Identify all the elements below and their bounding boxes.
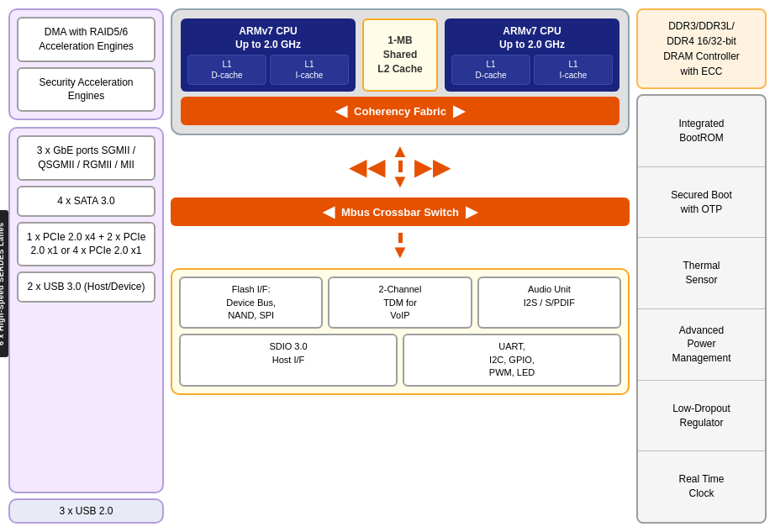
right-column: DDR3/DDR3L/ DDR4 16/32-bit DRAM Controll… (636, 8, 767, 524)
left-top-group: DMA with RAID5/6 Acceleration Engines Se… (8, 8, 164, 120)
l2-cache-block: 1-MB Shared L2 Cache (362, 18, 438, 92)
cpu-left-icache: L1 I-cache (270, 55, 349, 85)
apm-item: Advanced Power Management (638, 309, 765, 381)
gbe-box: 3 x GbE ports SGMII / QSGMII / RGMII / M… (17, 135, 156, 181)
peripheral-row-2: SDIO 3.0 Host I/F UART, I2C, GPIO, PWM, … (179, 334, 621, 386)
cpu-row: ARMv7 CPU Up to 2.0 GHz L1 D-cache L1 I-… (181, 18, 619, 92)
peripheral-row-1: Flash I/F: Device Bus, NAND, SPI 2-Chann… (179, 277, 621, 329)
up-arrow: ▲ (391, 142, 409, 161)
dma-box: DMA with RAID5/6 Acceleration Engines (17, 17, 156, 62)
cpu-left-title: ARMv7 CPU Up to 2.0 GHz (187, 25, 349, 51)
usb20-box: 3 x USB 2.0 (8, 498, 164, 524)
serdes-label: 6 x High-Speed SERDES Lanes (0, 210, 8, 357)
pcie-box: 1 x PCIe 2.0 x4 + 2 x PCIe 2.0 x1 or 4 x… (17, 222, 156, 267)
cpu-right-dcache: L1 D-cache (451, 55, 530, 85)
security-box: Security Acceleration Engines (17, 67, 156, 113)
usb30-box: 2 x USB 3.0 (Host/Device) (17, 271, 156, 303)
audio-box: Audio Unit I2S / S/PDIF (477, 277, 621, 329)
ddr-box: DDR3/DDR3L/ DDR4 16/32-bit DRAM Controll… (636, 8, 767, 89)
down-arrow-icon: ▼ (391, 243, 409, 261)
cpu-section: ARMv7 CPU Up to 2.0 GHz L1 D-cache L1 I-… (171, 8, 630, 135)
right-items-box: Integrated BootROM Secured Boot with OTP… (636, 94, 767, 524)
coherency-fabric: ◀ Coherency Fabric ▶ (181, 97, 619, 125)
down-arrow: ▼ (391, 172, 409, 191)
mbus-crossbar: ◀ Mbus Crossbar Switch ▶ (171, 198, 630, 226)
right-arrow-out: ▶▶ (414, 153, 451, 181)
diagram-container: 6 x High-Speed SERDES Lanes DMA with RAI… (0, 0, 775, 532)
center-column: ARMv7 CPU Up to 2.0 GHz L1 D-cache L1 I-… (171, 8, 630, 524)
mbus-arrow-right: ▶ (466, 203, 477, 221)
coherency-arrow-right: ▶ (453, 102, 465, 120)
tdm-box: 2-Channel TDM for VoIP (328, 277, 472, 329)
peripheral-section: Flash I/F: Device Bus, NAND, SPI 2-Chann… (171, 268, 630, 394)
rtc-item: Real Time Clock (638, 451, 765, 522)
uart-box: UART, I2C, GPIO, PWM, LED (403, 334, 621, 386)
cpu-right-title: ARMv7 CPU Up to 2.0 GHz (451, 25, 613, 51)
flash-box: Flash I/F: Device Bus, NAND, SPI (179, 277, 323, 329)
sdio-box: SDIO 3.0 Host I/F (179, 334, 398, 386)
bootrom-item: Integrated BootROM (638, 96, 765, 167)
vertical-arrows-section: ◀◀ ▲ ▼ ▶▶ (171, 142, 630, 191)
cpu-right-icache: L1 I-cache (534, 55, 613, 85)
left-arrow-out: ◀◀ (349, 153, 386, 181)
down-arrow-to-peripherals: ▼ (171, 233, 630, 261)
secboot-item: Secured Boot with OTP (638, 167, 765, 239)
cpu-left-dcache: L1 D-cache (187, 55, 266, 85)
cpu-left-caches: L1 D-cache L1 I-cache (187, 55, 349, 85)
down-arrow-shaft: ▼ (391, 233, 409, 261)
coherency-arrow-left: ◀ (335, 102, 347, 120)
h-arrows-row-top: ◀◀ ▲ ▼ ▶▶ (171, 142, 630, 191)
thermal-item: Thermal Sensor (638, 238, 765, 309)
cpu-right-caches: L1 D-cache L1 I-cache (451, 55, 613, 85)
ldo-item: Low-Dropout Regulator (638, 381, 765, 452)
sata-box: 4 x SATA 3.0 (17, 186, 156, 217)
left-middle-group: 3 x GbE ports SGMII / QSGMII / RGMII / M… (8, 127, 164, 493)
mbus-arrow-left: ◀ (323, 203, 335, 221)
v-arrows-center: ▲ ▼ (391, 142, 409, 191)
cpu-left-block: ARMv7 CPU Up to 2.0 GHz L1 D-cache L1 I-… (181, 18, 356, 92)
cpu-right-block: ARMv7 CPU Up to 2.0 GHz L1 D-cache L1 I-… (445, 18, 619, 92)
